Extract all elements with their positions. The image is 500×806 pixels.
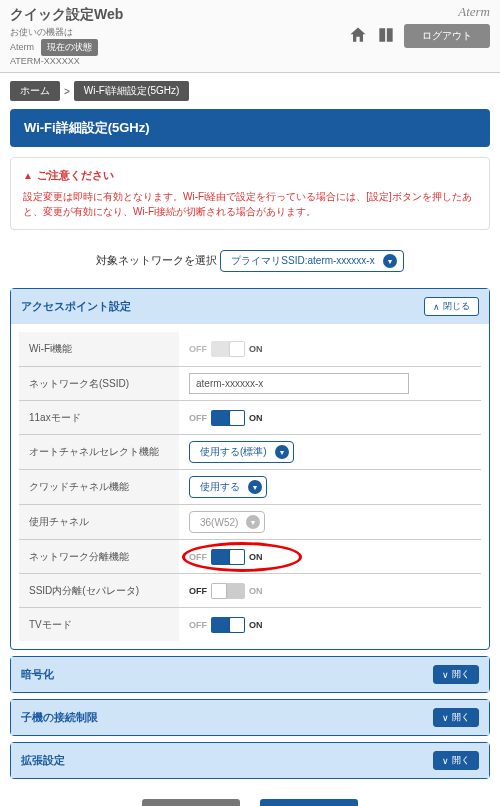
notice-box: ご注意ください 設定変更は即時に有効となります。Wi-Fi経由で設定を行っている…: [10, 157, 490, 230]
breadcrumb-current: Wi-Fi詳細設定(5GHz): [74, 81, 190, 101]
tvmode-toggle[interactable]: OFFON: [189, 617, 263, 633]
row-quadchannel: クワッドチャネル機能 使用する▾: [19, 469, 481, 504]
wifi-toggle: OFFON: [189, 341, 263, 357]
network-select-dropdown[interactable]: プライマリSSID:aterm-xxxxxx-x ▾: [220, 250, 403, 272]
row-autochannel: オートチャネルセレクト機能 使用する(標準)▾: [19, 434, 481, 469]
row-wifi: Wi-Fi機能 OFFON: [19, 332, 481, 366]
manual-icon[interactable]: [376, 25, 396, 47]
panel-extended: 拡張設定 ∨開く: [10, 742, 490, 779]
chevron-right-icon: >: [64, 86, 70, 97]
chevron-down-icon: ∨: [442, 756, 449, 766]
apply-button[interactable]: 設定: [260, 799, 358, 806]
panel-collapse-button[interactable]: ∧閉じる: [424, 297, 479, 316]
logout-button[interactable]: ログアウト: [404, 24, 490, 48]
header: クイック設定Web お使いの機器は Aterm 現在の状態 ATERM-XXXX…: [0, 0, 500, 73]
chevron-down-icon: ▾: [248, 480, 262, 494]
chevron-down-icon: ▾: [275, 445, 289, 459]
device-name: Aterm: [10, 42, 34, 52]
panel-title: アクセスポイント設定: [21, 299, 131, 314]
notice-body: 設定変更は即時に有効となります。Wi-Fi経由で設定を行っている場合には、[設定…: [23, 189, 477, 219]
home-icon[interactable]: [348, 25, 368, 47]
isolation-toggle[interactable]: OFFON: [189, 549, 263, 565]
panel-encryption: 暗号化 ∨開く: [10, 656, 490, 693]
breadcrumb: ホーム > Wi-Fi詳細設定(5GHz): [0, 73, 500, 109]
back-button[interactable]: 戻る: [142, 799, 240, 806]
panel-expand-button[interactable]: ∨開く: [433, 665, 479, 684]
app-title: クイック設定Web: [10, 6, 490, 24]
ssid-input[interactable]: [189, 373, 409, 394]
brand-logo: Aterm: [458, 4, 490, 20]
current-status-button[interactable]: 現在の状態: [41, 39, 98, 56]
page-title: Wi-Fi詳細設定(5GHz): [10, 109, 490, 147]
ax-toggle[interactable]: OFFON: [189, 410, 263, 426]
row-network-isolation: ネットワーク分離機能 OFFON: [19, 539, 481, 573]
notice-heading: ご注意ください: [23, 168, 477, 183]
chevron-down-icon: ▾: [246, 515, 260, 529]
row-11ax: 11axモード OFFON: [19, 400, 481, 434]
chevron-down-icon: ∨: [442, 670, 449, 680]
panel-client-limit: 子機の接続制限 ∨開く: [10, 699, 490, 736]
panel-access-point: アクセスポイント設定 ∧閉じる Wi-Fi機能 OFFON ネットワーク名(SS…: [10, 288, 490, 650]
row-tv-mode: TVモード OFFON: [19, 607, 481, 641]
autochannel-dropdown[interactable]: 使用する(標準)▾: [189, 441, 294, 463]
row-channel: 使用チャネル 36(W52)▾: [19, 504, 481, 539]
row-ssid-separator: SSID内分離(セパレータ) OFFON: [19, 573, 481, 607]
chevron-down-icon: ▾: [383, 254, 397, 268]
channel-dropdown: 36(W52)▾: [189, 511, 265, 533]
panel-expand-button[interactable]: ∨開く: [433, 708, 479, 727]
quadchannel-dropdown[interactable]: 使用する▾: [189, 476, 267, 498]
network-select-label: 対象ネットワークを選択: [96, 254, 217, 266]
device-line: お使いの機器は: [10, 27, 73, 37]
chevron-down-icon: ∨: [442, 713, 449, 723]
breadcrumb-home[interactable]: ホーム: [10, 81, 60, 101]
chevron-up-icon: ∧: [433, 302, 440, 312]
device-model: ATERM-XXXXXX: [10, 56, 80, 66]
ssid-separator-toggle[interactable]: OFFON: [189, 583, 263, 599]
panel-expand-button[interactable]: ∨開く: [433, 751, 479, 770]
row-ssid: ネットワーク名(SSID): [19, 366, 481, 400]
